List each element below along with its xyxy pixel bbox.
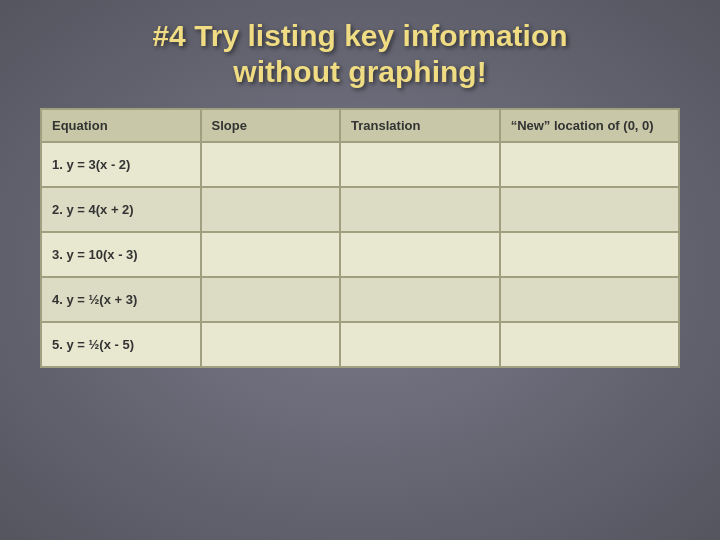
slope-4: [201, 277, 341, 322]
translation-5: [340, 322, 500, 367]
header-slope: Slope: [201, 109, 341, 142]
table-row: 5. y = ½(x - 5): [41, 322, 679, 367]
equation-1: 1. y = 3(x - 2): [41, 142, 201, 187]
equation-4: 4. y = ½(x + 3): [41, 277, 201, 322]
translation-3: [340, 232, 500, 277]
header-equation: Equation: [41, 109, 201, 142]
translation-4: [340, 277, 500, 322]
slope-2: [201, 187, 341, 232]
slope-3: [201, 232, 341, 277]
translation-1: [340, 142, 500, 187]
new-loc-4: [500, 277, 679, 322]
table-header-row: Equation Slope Translation “New” locatio…: [41, 109, 679, 142]
new-loc-1: [500, 142, 679, 187]
translation-2: [340, 187, 500, 232]
table-row: 3. y = 10(x - 3): [41, 232, 679, 277]
info-table: Equation Slope Translation “New” locatio…: [40, 108, 680, 368]
equation-2: 2. y = 4(x + 2): [41, 187, 201, 232]
header-translation: Translation: [340, 109, 500, 142]
title-line1: #4 Try listing key information: [152, 19, 567, 52]
equation-5: 5. y = ½(x - 5): [41, 322, 201, 367]
slide-title: #4 Try listing key information without g…: [152, 18, 567, 108]
title-line2: without graphing!: [233, 55, 486, 88]
equation-3: 3. y = 10(x - 3): [41, 232, 201, 277]
table-row: 1. y = 3(x - 2): [41, 142, 679, 187]
new-loc-3: [500, 232, 679, 277]
slope-5: [201, 322, 341, 367]
table-row: 4. y = ½(x + 3): [41, 277, 679, 322]
new-loc-2: [500, 187, 679, 232]
slope-1: [201, 142, 341, 187]
table-row: 2. y = 4(x + 2): [41, 187, 679, 232]
new-loc-5: [500, 322, 679, 367]
header-new-location: “New” location of (0, 0): [500, 109, 679, 142]
